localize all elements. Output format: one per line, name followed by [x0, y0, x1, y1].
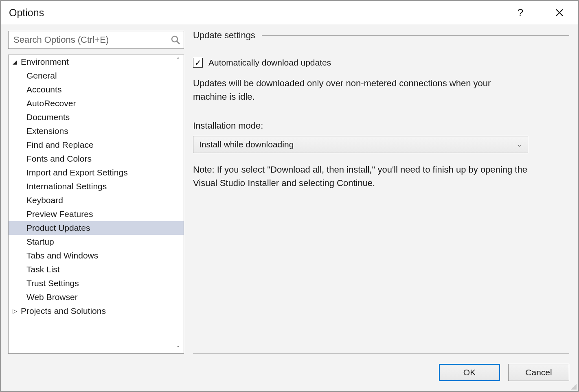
- auto-download-checkbox[interactable]: ✓: [193, 58, 203, 68]
- tree-item-extensions[interactable]: Extensions: [9, 124, 184, 138]
- auto-download-description: Updates will be downloaded only over non…: [193, 77, 523, 103]
- tree-node-projects-and-solutions[interactable]: ▷ Projects and Solutions: [9, 304, 184, 318]
- titlebar: Options ?: [1, 1, 578, 24]
- tree-label: International Settings: [26, 182, 107, 191]
- tree-label: Documents: [26, 112, 70, 122]
- search-box[interactable]: [8, 31, 184, 49]
- tree-item-preview-features[interactable]: Preview Features: [9, 207, 184, 221]
- tree-item-keyboard[interactable]: Keyboard: [9, 193, 184, 207]
- svg-line-1: [177, 41, 180, 44]
- tree-scroll[interactable]: ◢ Environment General Accounts AutoRecov…: [9, 55, 184, 353]
- section-title: Update settings: [193, 30, 255, 41]
- tree-item-tabs-and-windows[interactable]: Tabs and Windows: [9, 249, 184, 263]
- right-column: Update settings ✓ Automatically download…: [193, 31, 569, 354]
- tree-item-trust-settings[interactable]: Trust Settings: [9, 276, 184, 290]
- checkmark-icon: ✓: [195, 59, 202, 67]
- caret-down-icon: ◢: [11, 59, 18, 65]
- tree-label: Fonts and Colors: [26, 154, 92, 164]
- section-rule: [262, 35, 569, 36]
- ok-button[interactable]: OK: [439, 364, 500, 381]
- auto-download-label: Automatically download updates: [208, 58, 331, 68]
- resize-grip-icon[interactable]: [569, 382, 577, 390]
- tree-label: Find and Replace: [26, 140, 94, 150]
- ok-label: OK: [463, 368, 476, 377]
- tree-label: Trust Settings: [26, 278, 79, 288]
- chevron-down-icon: ⌄: [517, 141, 522, 148]
- tree-label: Product Updates: [26, 223, 90, 233]
- options-tree: ˄ ˅ ◢ Environment General Accounts AutoR…: [8, 55, 184, 354]
- cancel-button[interactable]: Cancel: [508, 364, 569, 381]
- tree-item-autorecover[interactable]: AutoRecover: [9, 96, 184, 110]
- help-button[interactable]: ?: [509, 4, 532, 21]
- options-dialog: Options ? ˄ ˅ ◢: [0, 0, 579, 392]
- install-mode-dropdown[interactable]: Install while downloading ⌄: [193, 136, 528, 153]
- left-column: ˄ ˅ ◢ Environment General Accounts AutoR…: [8, 31, 184, 354]
- tree-label: Projects and Solutions: [21, 306, 106, 316]
- close-icon: [555, 9, 564, 17]
- tree-label: AutoRecover: [26, 99, 76, 108]
- cancel-label: Cancel: [525, 368, 552, 377]
- caret-right-icon: ▷: [11, 308, 18, 314]
- tree-label: Preview Features: [26, 209, 93, 219]
- tree-label: Keyboard: [26, 195, 63, 205]
- tree-label: Web Browser: [26, 292, 78, 302]
- tree-label: Task List: [26, 265, 60, 274]
- search-icon: [171, 35, 180, 45]
- tree-item-import-export-settings[interactable]: Import and Export Settings: [9, 166, 184, 180]
- svg-point-0: [172, 36, 178, 42]
- tree-item-product-updates[interactable]: Product Updates: [9, 221, 184, 235]
- tree-label: General: [26, 71, 57, 81]
- section-header: Update settings: [193, 30, 569, 41]
- tree-item-web-browser[interactable]: Web Browser: [9, 290, 184, 304]
- window-title: Options: [9, 7, 44, 19]
- tree-item-general[interactable]: General: [9, 69, 184, 83]
- tree-label: Import and Export Settings: [26, 168, 128, 177]
- auto-download-checkbox-row: ✓ Automatically download updates: [193, 58, 569, 68]
- tree-label: Tabs and Windows: [26, 251, 98, 261]
- tree-label: Extensions: [26, 126, 68, 136]
- tree-label: Startup: [26, 237, 54, 247]
- content-area: ˄ ˅ ◢ Environment General Accounts AutoR…: [1, 24, 578, 354]
- tree-node-environment[interactable]: ◢ Environment: [9, 55, 184, 69]
- dialog-footer: OK Cancel: [1, 354, 578, 391]
- tree-item-international-settings[interactable]: International Settings: [9, 180, 184, 193]
- help-icon: ?: [518, 7, 523, 19]
- install-mode-label: Installation mode:: [193, 120, 569, 131]
- tree-item-startup[interactable]: Startup: [9, 235, 184, 249]
- tree-item-task-list[interactable]: Task List: [9, 263, 184, 276]
- tree-item-fonts-and-colors[interactable]: Fonts and Colors: [9, 152, 184, 166]
- tree-label: Accounts: [26, 85, 61, 94]
- tree-item-documents[interactable]: Documents: [9, 110, 184, 124]
- tree-label: Environment: [21, 57, 69, 67]
- tree-item-find-and-replace[interactable]: Find and Replace: [9, 138, 184, 152]
- close-button[interactable]: [548, 4, 571, 21]
- tree-item-accounts[interactable]: Accounts: [9, 83, 184, 96]
- search-input[interactable]: [13, 34, 171, 46]
- install-mode-note: Note: If you select "Download all, then …: [193, 163, 531, 190]
- panel-divider: [193, 353, 569, 354]
- install-mode-value: Install while downloading: [199, 140, 294, 149]
